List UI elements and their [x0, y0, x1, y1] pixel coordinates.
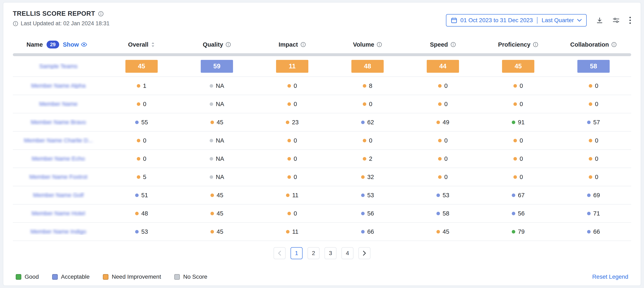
score-dot: [589, 102, 592, 106]
team-name-link[interactable]: Member Name Echo: [32, 155, 85, 162]
column-header-collaboration[interactable]: Collaboration: [556, 41, 631, 48]
score-cell: NA: [179, 174, 254, 180]
score-dot: [286, 193, 290, 197]
team-name-link[interactable]: Member Name Indigo: [30, 228, 86, 235]
pagination-page-2[interactable]: 2: [308, 247, 320, 259]
pagination-page-3[interactable]: 3: [324, 247, 336, 259]
pagination-prev-button[interactable]: [274, 247, 286, 259]
legend-item-no_score[interactable]: No Score: [174, 273, 207, 280]
info-icon: [450, 42, 456, 47]
score-value: NA: [216, 155, 224, 162]
score-dot: [589, 157, 592, 161]
score-value: 49: [443, 119, 449, 126]
score-value: 0: [294, 155, 297, 162]
score-dot: [137, 175, 140, 179]
kebab-menu-icon[interactable]: [629, 17, 631, 24]
score-cell: 0: [480, 174, 556, 180]
score-value: 56: [518, 210, 524, 217]
score-value: 0: [520, 101, 523, 108]
score-cell: 58: [556, 60, 631, 73]
column-header-volume[interactable]: Volume: [330, 41, 405, 48]
legend-item-need_improvement[interactable]: Need Improvement: [103, 273, 161, 280]
score-cell: 53: [104, 228, 179, 235]
score-value: 0: [294, 174, 297, 180]
score-cell: 0: [330, 137, 405, 144]
column-header-overall[interactable]: Overall: [104, 41, 179, 48]
score-cell: 58: [405, 210, 480, 217]
column-header-proficiency[interactable]: Proficiency: [480, 41, 556, 48]
column-label: Volume: [353, 41, 374, 48]
score-dot: [438, 102, 442, 106]
team-name-link[interactable]: Member Name Foxtrot: [30, 174, 87, 180]
title-info-icon[interactable]: [98, 11, 104, 17]
score-dot: [363, 157, 366, 161]
score-value: 0: [369, 101, 372, 108]
score-cell: 66: [556, 228, 631, 235]
last-updated-text: Last Updated at: 02 Jan 2024 18:31: [21, 20, 110, 27]
score-cell: 48: [104, 210, 179, 217]
score-dot: [137, 157, 140, 161]
score-badge: 59: [201, 60, 233, 73]
score-value: 0: [520, 137, 523, 144]
score-dot: [288, 84, 291, 88]
team-name-link[interactable]: Member Name Hotel: [32, 210, 85, 217]
score-value: 1: [143, 83, 146, 89]
legend-item-good[interactable]: Good: [16, 273, 39, 280]
last-updated-info-icon: [13, 21, 18, 26]
score-dot: [363, 84, 366, 88]
score-cell: 0: [480, 101, 556, 108]
table-body: Sample Teams45591148444558Member Name Al…: [13, 56, 631, 241]
score-dot: [512, 121, 515, 124]
pagination-next-button[interactable]: [358, 247, 370, 259]
row-count-badge: 29: [46, 41, 59, 49]
pagination-page-1[interactable]: 1: [290, 247, 302, 259]
score-cell: 11: [254, 228, 330, 235]
score-cell: 66: [330, 228, 405, 235]
score-value: 45: [217, 192, 223, 199]
date-range-picker[interactable]: 01 Oct 2023 to 31 Dec 2023 Last Quarter: [446, 14, 587, 27]
column-header-impact[interactable]: Impact: [254, 41, 330, 48]
horizontal-scrollbar[interactable]: [13, 53, 631, 56]
score-cell: 0: [556, 83, 631, 89]
score-dot: [288, 102, 291, 106]
info-icon: [300, 42, 306, 47]
score-cell: 0: [104, 137, 179, 144]
score-dot: [436, 212, 440, 215]
show-names-button[interactable]: Show: [63, 41, 87, 48]
table-row: Member Name Foxtrot5NA032000: [13, 168, 631, 186]
reset-legend-link[interactable]: Reset Legend: [592, 273, 628, 280]
score-dot: [438, 139, 442, 142]
pagination-page-4[interactable]: 4: [342, 247, 354, 259]
score-value: 53: [367, 192, 374, 199]
score-legend: GoodAcceptableNeed ImprovementNo ScoreRe…: [16, 273, 628, 280]
score-dot: [135, 193, 139, 197]
column-header-speed[interactable]: Speed: [405, 41, 480, 48]
team-name-link[interactable]: Member Name Alpha: [31, 83, 86, 89]
team-name-link[interactable]: Member Name: [39, 101, 78, 107]
score-dot: [210, 212, 214, 215]
download-icon[interactable]: [596, 17, 603, 24]
score-value: 5: [143, 174, 146, 180]
score-cell: 0: [104, 101, 179, 108]
column-header-quality[interactable]: Quality: [179, 41, 254, 48]
score-badge: 58: [577, 60, 610, 73]
legend-swatch: [16, 274, 21, 280]
sort-icon[interactable]: [151, 42, 155, 48]
score-value: 79: [518, 228, 524, 235]
legend-item-acceptable[interactable]: Acceptable: [52, 273, 90, 280]
score-dot: [135, 212, 139, 215]
team-name-link[interactable]: Member Name Charlie D...: [24, 137, 93, 144]
team-name-link[interactable]: Member Name Golf: [33, 192, 84, 198]
score-dot: [587, 121, 590, 124]
team-name-link[interactable]: Member Name Bravo: [31, 119, 86, 126]
score-dot: [514, 175, 517, 179]
settings-sliders-icon[interactable]: [612, 17, 620, 24]
score-cell: 45: [179, 119, 254, 126]
score-dot: [587, 212, 590, 215]
score-value: 32: [367, 174, 374, 180]
score-cell: 0: [254, 155, 330, 162]
score-cell: 56: [330, 210, 405, 217]
date-divider: [537, 17, 538, 24]
score-cell: 0: [254, 101, 330, 108]
team-name-link[interactable]: Sample Teams: [39, 63, 78, 70]
